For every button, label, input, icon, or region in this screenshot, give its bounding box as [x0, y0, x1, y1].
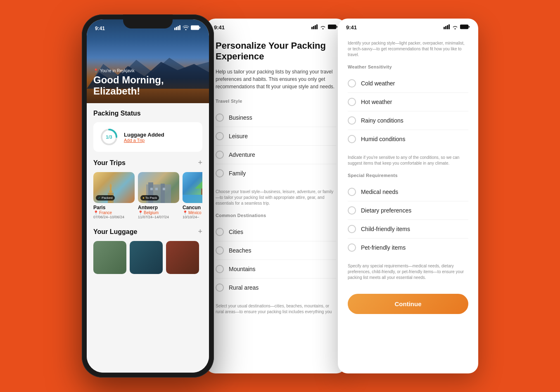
luggage-card-1[interactable] — [93, 241, 126, 274]
luggage-scroll[interactable] — [93, 241, 202, 274]
luggage-card-3[interactable] — [166, 241, 199, 274]
svg-marker-12 — [109, 183, 112, 187]
phone-notch — [123, 14, 173, 28]
option-rainy[interactable]: Rainy conditions — [348, 111, 468, 130]
special-req-hint: Specify any special requirements—medical… — [348, 263, 468, 281]
radio-child[interactable] — [348, 225, 356, 233]
travel-style-label: Travel Style — [216, 99, 336, 104]
svg-rect-28 — [337, 26, 337, 28]
svg-rect-24 — [313, 26, 314, 29]
option-business[interactable]: Business — [216, 109, 336, 127]
radio-business[interactable] — [216, 113, 224, 122]
radio-dietary[interactable] — [348, 206, 356, 215]
signal-icon — [174, 25, 181, 31]
radio-medical[interactable] — [348, 188, 356, 196]
option-beaches[interactable]: Beaches — [216, 241, 336, 260]
svg-rect-31 — [447, 25, 448, 29]
label-leisure: Leisure — [229, 133, 248, 139]
option-cities[interactable]: Cities — [216, 223, 336, 241]
svg-rect-22 — [201, 189, 202, 195]
phone3-content[interactable]: Identify your packing style—light packer… — [338, 34, 478, 369]
radio-rainy[interactable] — [348, 116, 356, 125]
luggage-card-2[interactable] — [130, 241, 163, 274]
trips-title: Your Trips — [93, 159, 126, 167]
svg-rect-19 — [163, 188, 165, 190]
progress-ring: 1/3 — [99, 127, 119, 147]
trip-badge-antwerp: ● To Pack — [140, 195, 159, 201]
option-child-friendly[interactable]: Child-friendly items — [348, 220, 468, 239]
svg-marker-21 — [195, 180, 202, 189]
option-hot-weather[interactable]: Hot weather — [348, 93, 468, 111]
radio-humid[interactable] — [348, 135, 356, 143]
signal-icon-2 — [311, 24, 318, 31]
svg-rect-32 — [448, 24, 450, 29]
add-luggage-icon[interactable]: + — [198, 227, 202, 236]
phone2-time: 9:41 — [214, 24, 225, 31]
weather-hint: Indicate if you're sensitive to any of t… — [348, 155, 468, 166]
svg-rect-29 — [444, 27, 445, 29]
trips-header: Your Trips + — [93, 158, 202, 167]
location-tag: 📍 You're in Reykjavik — [93, 68, 202, 73]
radio-pet[interactable] — [348, 243, 356, 252]
radio-hot[interactable] — [348, 98, 356, 106]
radio-beaches[interactable] — [216, 246, 224, 255]
travel-style-options: Business Leisure Adventure Family — [216, 109, 336, 182]
svg-rect-20 — [183, 195, 202, 203]
battery-icon-3 — [460, 24, 470, 31]
wifi-icon — [183, 25, 189, 31]
label-rainy: Rainy conditions — [361, 117, 403, 124]
label-adventure: Adventure — [229, 151, 255, 158]
option-medical[interactable]: Medical needs — [348, 183, 468, 201]
phone2-title: Personalize Your Packing Experience — [216, 40, 336, 62]
svg-rect-33 — [460, 25, 468, 29]
luggage-section: Your Luggage + — [93, 227, 202, 274]
trip-image-cancun — [183, 172, 202, 203]
wifi-icon-3 — [452, 24, 458, 31]
option-leisure[interactable]: Leisure — [216, 127, 336, 146]
trips-scroll[interactable]: ✓ Packed Paris 📍 France 07/06/24–10/06/2… — [93, 172, 202, 221]
option-family[interactable]: Family — [216, 164, 336, 182]
radio-rural[interactable] — [216, 283, 224, 292]
trip-card-cancun[interactable]: Cancun 📍 México 10/10/24– — [183, 172, 202, 219]
trip-city-paris: Paris — [93, 205, 135, 210]
option-pet-friendly[interactable]: Pet-friendly items — [348, 239, 468, 257]
option-mountains[interactable]: Mountains — [216, 260, 336, 279]
option-humid[interactable]: Humid conditions — [348, 130, 468, 148]
radio-cold[interactable] — [348, 79, 356, 87]
phone2-description: Help us tailor your packing lists by sha… — [216, 68, 336, 90]
svg-rect-27 — [328, 25, 336, 29]
option-adventure[interactable]: Adventure — [216, 146, 336, 164]
radio-leisure[interactable] — [216, 132, 224, 140]
battery-icon-2 — [328, 24, 338, 31]
option-rural[interactable]: Rural areas — [216, 279, 336, 297]
svg-rect-1 — [176, 27, 177, 30]
trip-city-cancun: Cancun — [183, 205, 202, 210]
option-cold-weather[interactable]: Cold weather — [348, 74, 468, 93]
packing-info: Luggage Added Add a Trip — [124, 132, 164, 143]
continue-button[interactable]: Continue — [348, 294, 468, 314]
radio-cities[interactable] — [216, 228, 224, 236]
clock-icon: ● — [142, 196, 145, 200]
trip-country-cancun: 📍 México — [183, 210, 202, 215]
label-hot-weather: Hot weather — [361, 99, 392, 105]
phone2-content[interactable]: Personalize Your Packing Experience Help… — [206, 34, 346, 369]
app-content[interactable]: Packing Status 1/3 Luggage Added Add a T… — [87, 103, 209, 373]
add-trip-icon[interactable]: + — [198, 158, 202, 167]
weather-options: Cold weather Hot weather Rainy condition… — [348, 74, 468, 148]
option-dietary[interactable]: Dietary preferences — [348, 201, 468, 220]
hero-greeting: Good Morning, Elizabeth! — [93, 75, 202, 97]
trip-image-antwerp: ● To Pack — [138, 172, 179, 203]
radio-mountains[interactable] — [216, 265, 224, 273]
label-cities: Cities — [229, 229, 243, 235]
trip-dates-antwerp: 11/07/24–14/07/24 — [138, 215, 179, 219]
signal-icon-3 — [444, 24, 450, 31]
destinations-options: Cities Beaches Mountains Rural areas — [216, 223, 336, 297]
radio-adventure[interactable] — [216, 151, 224, 159]
trip-country-paris: 📍 France — [93, 210, 135, 215]
trip-card-paris[interactable]: ✓ Packed Paris 📍 France 07/06/24–10/06/2… — [93, 172, 135, 219]
radio-family[interactable] — [216, 169, 224, 177]
battery-icon — [191, 25, 201, 31]
add-trip-link[interactable]: Add a Trip — [124, 138, 164, 143]
trip-card-antwerp[interactable]: ● To Pack Antwerp 📍 Belgium 11/07/24–14/… — [138, 172, 179, 219]
label-cold-weather: Cold weather — [361, 80, 395, 87]
